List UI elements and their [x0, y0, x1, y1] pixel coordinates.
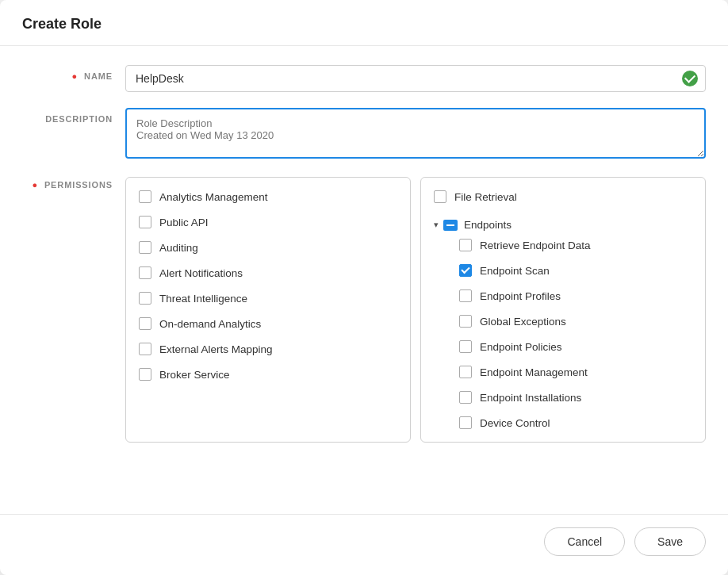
permissions-panels: Analytics Management Public API Auditing…	[125, 177, 706, 443]
perm-item-endpoint-scan[interactable]: Endpoint Scan	[459, 264, 692, 277]
label-retrieve-endpoint-data: Retrieve Endpoint Data	[480, 240, 591, 251]
cancel-button[interactable]: Cancel	[544, 527, 625, 556]
checkbox-endpoint-management[interactable]	[459, 366, 472, 378]
description-label: DESCRIPTION	[22, 108, 125, 124]
dialog-header: Create Role	[0, 0, 728, 46]
label-device-control: Device Control	[480, 417, 550, 429]
label-public-api: Public API	[159, 217, 209, 228]
name-field	[125, 65, 706, 92]
label-endpoint-profiles: Endpoint Profiles	[480, 290, 561, 302]
description-textarea[interactable]	[125, 108, 706, 159]
checkbox-retrieve-endpoint-data[interactable]	[459, 239, 472, 251]
dialog-body: ● NAME DESCRIPTION ● PERMISSION	[0, 46, 728, 514]
permissions-row: ● PERMISSIONS Analytics Management Publi…	[22, 177, 706, 443]
perm-item-public-api[interactable]: Public API	[139, 216, 397, 228]
label-file-retrieval: File Retrieval	[454, 191, 517, 203]
label-alert-notifications: Alert Notifications	[159, 267, 243, 279]
checkbox-device-control[interactable]	[459, 416, 472, 429]
perm-item-analytics-management[interactable]: Analytics Management	[139, 190, 397, 203]
perm-item-external-alerts-mapping[interactable]: External Alerts Mapping	[139, 343, 397, 355]
description-row: DESCRIPTION	[22, 108, 706, 161]
checkbox-on-demand-analytics[interactable]	[139, 317, 151, 330]
checkbox-broker-service[interactable]	[139, 368, 151, 381]
perm-item-broker-service[interactable]: Broker Service	[139, 368, 397, 381]
perm-item-alert-notifications[interactable]: Alert Notifications	[139, 266, 397, 279]
label-threat-intelligence: Threat Intelligence	[159, 293, 247, 305]
checkbox-file-retrieval[interactable]	[434, 190, 446, 203]
checkbox-external-alerts-mapping[interactable]	[139, 343, 151, 355]
label-on-demand-analytics: On-demand Analytics	[159, 318, 261, 330]
left-permissions-panel: Analytics Management Public API Auditing…	[125, 177, 411, 443]
name-valid-icon	[682, 71, 698, 86]
perm-item-on-demand-analytics[interactable]: On-demand Analytics	[139, 317, 397, 330]
perm-item-file-retrieval[interactable]: File Retrieval	[434, 190, 692, 203]
label-endpoint-installations: Endpoint Installations	[480, 392, 581, 404]
permissions-label: ● PERMISSIONS	[22, 177, 125, 190]
perm-item-retrieve-endpoint-data[interactable]: Retrieve Endpoint Data	[459, 239, 692, 251]
perm-item-endpoint-policies[interactable]: Endpoint Policies	[459, 340, 692, 353]
dialog-title: Create Role	[22, 16, 706, 33]
description-field	[125, 108, 706, 161]
save-button[interactable]: Save	[634, 527, 706, 556]
perm-item-endpoint-management[interactable]: Endpoint Management	[459, 366, 692, 378]
perm-item-device-control[interactable]: Device Control	[459, 416, 692, 429]
name-input-wrapper	[125, 65, 706, 92]
label-endpoint-management: Endpoint Management	[480, 366, 588, 378]
dialog-footer: Cancel Save	[0, 514, 728, 575]
perm-item-endpoint-installations[interactable]: Endpoint Installations	[459, 391, 692, 404]
label-broker-service: Broker Service	[159, 369, 230, 381]
checkbox-auditing[interactable]	[139, 241, 151, 254]
endpoints-children: Retrieve Endpoint Data Endpoint Scan End…	[434, 239, 692, 429]
checkbox-global-exceptions[interactable]	[459, 315, 472, 328]
permissions-required-dot: ●	[32, 180, 38, 190]
checkbox-endpoint-profiles[interactable]	[459, 289, 472, 302]
checkbox-threat-intelligence[interactable]	[139, 292, 151, 305]
checkbox-endpoint-scan[interactable]	[459, 264, 472, 277]
create-role-dialog: Create Role ● NAME DESCRIPTION	[0, 0, 728, 575]
perm-item-endpoint-profiles[interactable]: Endpoint Profiles	[459, 289, 692, 302]
name-label: ● NAME	[22, 65, 125, 81]
right-permissions-panel: File Retrieval ▾ Endpoints Retriev	[420, 177, 706, 443]
perm-item-auditing[interactable]: Auditing	[139, 241, 397, 254]
endpoints-icon	[443, 220, 458, 231]
name-row: ● NAME	[22, 65, 706, 92]
checkbox-analytics-management[interactable]	[139, 190, 151, 203]
checkbox-endpoint-policies[interactable]	[459, 340, 472, 353]
checkbox-alert-notifications[interactable]	[139, 266, 151, 279]
checkbox-public-api[interactable]	[139, 216, 151, 228]
label-endpoint-scan: Endpoint Scan	[480, 265, 550, 277]
label-endpoint-policies: Endpoint Policies	[480, 341, 562, 353]
endpoints-header: ▾ Endpoints	[434, 219, 692, 231]
endpoints-collapse-arrow[interactable]: ▾	[434, 220, 439, 230]
endpoints-group: ▾ Endpoints Retrieve Endpoint Data	[434, 219, 692, 429]
perm-item-threat-intelligence[interactable]: Threat Intelligence	[139, 292, 397, 305]
perm-item-global-exceptions[interactable]: Global Exceptions	[459, 315, 692, 328]
checkbox-endpoint-installations[interactable]	[459, 391, 472, 404]
label-external-alerts-mapping: External Alerts Mapping	[159, 343, 273, 355]
label-analytics-management: Analytics Management	[159, 191, 268, 203]
name-input[interactable]	[125, 65, 706, 92]
label-auditing: Auditing	[159, 242, 198, 254]
label-global-exceptions: Global Exceptions	[480, 316, 566, 328]
name-required-dot: ●	[72, 71, 79, 81]
endpoints-group-label: Endpoints	[464, 219, 512, 231]
